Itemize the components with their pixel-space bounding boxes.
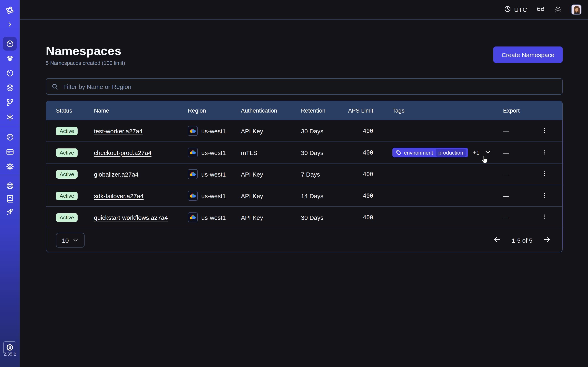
theme-toggle-button[interactable] bbox=[554, 5, 562, 14]
column-header-name: Name bbox=[94, 101, 109, 120]
kebab-icon bbox=[541, 170, 548, 178]
page-header: Namespaces 5 Namespaces created (100 lim… bbox=[46, 43, 125, 66]
cube-icon bbox=[6, 39, 14, 48]
sidebar-item-nexus[interactable] bbox=[3, 110, 17, 124]
namespace-link[interactable]: checkout-prod.a27a4 bbox=[94, 149, 151, 156]
column-header-export: Export bbox=[503, 101, 520, 120]
export-value: — bbox=[503, 185, 509, 206]
sidebar-item-deployments[interactable] bbox=[3, 81, 17, 95]
table-row: Active sdk-failover.a27a4 us-west1 API K… bbox=[46, 185, 562, 206]
region-label: us-west1 bbox=[201, 171, 226, 178]
row-menu-button[interactable] bbox=[540, 125, 550, 136]
user-avatar[interactable] bbox=[571, 4, 581, 15]
main-content: Namespaces 5 Namespaces created (100 lim… bbox=[20, 20, 588, 367]
page-size-value: 10 bbox=[62, 237, 69, 244]
filter-bar bbox=[46, 78, 563, 95]
aps-limit-value: 400 bbox=[332, 120, 373, 142]
region-label: us-west1 bbox=[201, 149, 226, 156]
retention-value: 7 Days bbox=[301, 164, 320, 185]
table-row: Active quickstart-workflows.a27a4 us-wes… bbox=[46, 206, 562, 228]
reader-mode-button[interactable] bbox=[536, 5, 545, 14]
region-label: us-west1 bbox=[201, 192, 226, 199]
timezone-label: UTC bbox=[514, 6, 527, 13]
status-badge: Active bbox=[56, 127, 78, 135]
row-menu-button[interactable] bbox=[540, 169, 550, 180]
region-label: us-west1 bbox=[201, 127, 226, 134]
page-title: Namespaces bbox=[46, 43, 125, 59]
namespace-link[interactable]: test-worker.a27a4 bbox=[94, 127, 143, 134]
tag-key: environment bbox=[404, 150, 433, 156]
aps-limit-value: 400 bbox=[332, 207, 373, 228]
sidebar: 2.35.1 bbox=[0, 0, 20, 367]
create-namespace-button[interactable]: Create Namespace bbox=[493, 47, 563, 63]
gcp-region-icon bbox=[188, 169, 198, 179]
credit-card-icon bbox=[6, 147, 14, 156]
sidebar-item-docs[interactable] bbox=[3, 192, 17, 206]
namespace-link[interactable]: quickstart-workflows.a27a4 bbox=[94, 214, 168, 221]
page-size-select[interactable]: 10 bbox=[56, 233, 85, 248]
glasses-icon bbox=[536, 5, 545, 14]
row-menu-button[interactable] bbox=[540, 190, 550, 201]
retention-value: 14 Days bbox=[301, 185, 323, 206]
sidebar-item-usage[interactable] bbox=[3, 130, 17, 144]
sidebar-item-getting-started[interactable] bbox=[3, 205, 17, 218]
sidebar-item-billing[interactable] bbox=[3, 145, 17, 159]
table-row: Active globalizer.a27a4 us-west1 API Key… bbox=[46, 163, 562, 185]
sidebar-item-namespaces[interactable] bbox=[3, 37, 17, 50]
namespace-link[interactable]: sdk-failover.a27a4 bbox=[94, 192, 144, 199]
kebab-icon bbox=[541, 192, 548, 200]
tag-value: production bbox=[435, 149, 466, 156]
tags-expand-button[interactable] bbox=[484, 149, 491, 157]
arrow-right-icon bbox=[543, 236, 551, 245]
chevron-right-icon bbox=[7, 21, 13, 28]
asterisk-icon bbox=[6, 113, 14, 121]
tags-cell: environment production +1 bbox=[392, 142, 491, 163]
life-ring-icon bbox=[6, 181, 14, 190]
sidebar-expand-button[interactable] bbox=[3, 17, 17, 31]
export-value: — bbox=[503, 207, 509, 228]
sidebar-item-support[interactable] bbox=[3, 179, 17, 192]
tag-icon bbox=[396, 150, 401, 155]
sidebar-item-schedules[interactable] bbox=[3, 66, 17, 80]
tag-pill[interactable]: environment production bbox=[392, 148, 468, 157]
column-header-retention: Retention bbox=[301, 101, 325, 120]
aps-limit-value: 400 bbox=[332, 142, 373, 163]
rocket-icon bbox=[6, 207, 14, 216]
row-menu-button[interactable] bbox=[540, 147, 550, 158]
sidebar-item-settings[interactable] bbox=[3, 159, 17, 173]
region-label: us-west1 bbox=[201, 214, 226, 221]
status-badge: Active bbox=[56, 148, 78, 157]
kebab-icon bbox=[541, 149, 548, 156]
search-icon bbox=[52, 83, 58, 90]
filter-input[interactable] bbox=[62, 83, 557, 90]
layers-icon bbox=[6, 83, 14, 92]
auth-value: API Key bbox=[241, 207, 263, 228]
gauge-icon bbox=[6, 133, 14, 141]
kebab-icon bbox=[541, 127, 548, 135]
retention-value: 30 Days bbox=[301, 207, 323, 228]
gear-icon bbox=[6, 162, 14, 171]
column-header-status: Status bbox=[56, 101, 72, 120]
table-header: Status Name Region Authentication Retent… bbox=[46, 101, 562, 120]
sidebar-item-insights[interactable] bbox=[3, 51, 17, 65]
sidebar-divider bbox=[0, 176, 20, 176]
spiral-eye-icon bbox=[6, 54, 14, 63]
row-menu-button[interactable] bbox=[540, 212, 550, 223]
branch-icon bbox=[6, 98, 14, 107]
previous-page-button[interactable] bbox=[493, 236, 501, 245]
arrow-left-icon bbox=[493, 236, 501, 245]
temporal-logo-icon[interactable] bbox=[3, 3, 17, 17]
tags-overflow-count: +1 bbox=[473, 149, 480, 156]
sidebar-item-versioning[interactable] bbox=[3, 95, 17, 109]
gcp-region-icon bbox=[188, 191, 198, 201]
app-version: 2.35.1 bbox=[0, 351, 20, 356]
status-badge: Active bbox=[56, 192, 78, 200]
column-header-authentication: Authentication bbox=[241, 101, 277, 120]
auth-value: API Key bbox=[241, 185, 263, 206]
auth-value: API Key bbox=[241, 120, 263, 142]
namespace-link[interactable]: globalizer.a27a4 bbox=[94, 171, 139, 178]
next-page-button[interactable] bbox=[543, 236, 551, 245]
pagination: 1-5 of 5 bbox=[493, 228, 551, 252]
aps-limit-value: 400 bbox=[332, 185, 373, 206]
timezone-button[interactable]: UTC bbox=[504, 5, 527, 14]
